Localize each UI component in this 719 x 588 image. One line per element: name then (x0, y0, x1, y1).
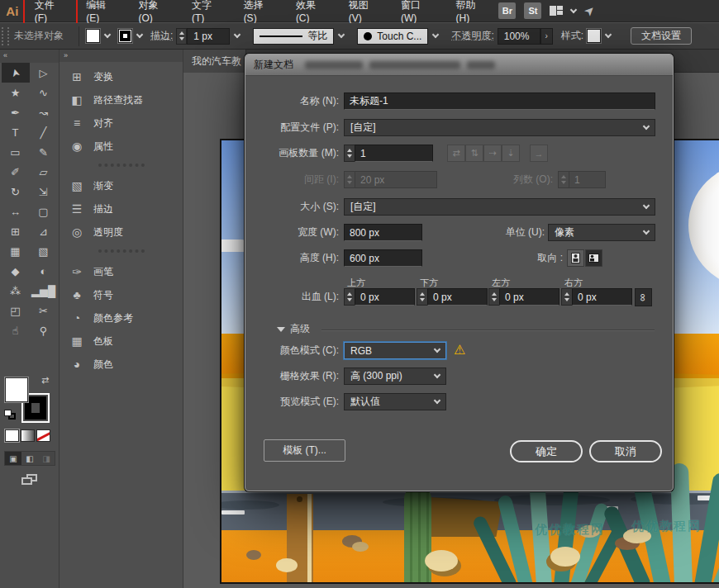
style-chevron-down-icon[interactable] (602, 29, 614, 43)
artboards-stepper[interactable] (344, 145, 355, 162)
grid-by-row-button[interactable]: ⇄ (447, 145, 465, 162)
bleed-bottom-stepper[interactable] (417, 288, 427, 306)
orientation-landscape-button[interactable] (585, 249, 602, 267)
bleed-right-stepper[interactable] (561, 288, 572, 306)
fill-proxy-swatch[interactable] (5, 377, 28, 402)
artboard-tool[interactable]: ◰ (2, 301, 30, 320)
panel-pathfinder[interactable]: ◧路径查找器 (60, 88, 183, 111)
panel-attributes[interactable]: ◉属性 (60, 135, 183, 158)
size-select[interactable]: [自定] (344, 198, 655, 216)
panel-align[interactable]: ≡对齐 (60, 111, 183, 135)
cancel-button[interactable]: 取消 (589, 440, 662, 462)
variable-width-chevron-down-icon[interactable] (336, 29, 347, 43)
blend-tool[interactable]: ◐ (30, 261, 58, 281)
shape-builder-tool[interactable]: ⊞ (2, 221, 30, 241)
preview-mode-select[interactable]: 默认值 (344, 393, 446, 410)
width-input[interactable] (344, 224, 422, 241)
screen-mode-button[interactable] (21, 474, 38, 486)
ok-button[interactable]: 确定 (510, 440, 583, 462)
stroke-color-swatch[interactable] (118, 29, 132, 43)
draw-behind-button[interactable]: ◧ (21, 452, 38, 465)
dialog-title-bar[interactable]: 新建文档 (245, 55, 673, 76)
magic-wand-tool[interactable]: ★ (2, 83, 30, 102)
column-graph-tool[interactable]: ▂▅█ (30, 281, 58, 301)
panel-transparency[interactable]: ◎透明度 (60, 220, 183, 244)
slice-tool[interactable]: ✂ (30, 301, 58, 320)
stroke-chevron-down-icon[interactable] (134, 29, 145, 43)
scale-tool[interactable]: ⇲ (30, 182, 58, 202)
raster-effects-select[interactable]: 高 (300 ppi) (344, 368, 446, 385)
menu-effect[interactable]: 效果(C) (286, 0, 339, 26)
perspective-grid-tool[interactable]: ⊿ (30, 221, 58, 241)
panel-brushes[interactable]: ✑画笔 (60, 260, 183, 283)
lasso-tool[interactable]: ∿ (30, 83, 58, 102)
right-to-left-button[interactable]: → (530, 145, 548, 162)
stock-button[interactable]: St (524, 2, 541, 19)
draw-normal-button[interactable]: ▣ (5, 452, 21, 465)
panel-transform[interactable]: ⊞变换 (60, 65, 183, 88)
tools-collapse-icon[interactable]: « (0, 50, 59, 63)
panel-color[interactable]: ◕颜色 (60, 353, 183, 376)
menu-file[interactable]: 文件(F) (25, 0, 77, 26)
stroke-weight-value[interactable]: 1 px (187, 28, 230, 45)
stroke-weight-label[interactable]: 描边: (150, 29, 173, 43)
brush-chevron-down-icon[interactable] (430, 29, 441, 43)
stroke-weight-chevron-down-icon[interactable] (231, 29, 243, 43)
symbol-sprayer-tool[interactable]: ⁂ (2, 281, 30, 301)
direct-selection-tool[interactable]: ▷ (30, 63, 58, 83)
bridge-button[interactable]: Br (498, 2, 516, 19)
style-swatch[interactable] (587, 29, 601, 43)
stroke-weight-stepper[interactable] (176, 28, 187, 45)
selection-tool[interactable]: ➤ (2, 63, 30, 83)
dock-collapse-icon[interactable]: » (60, 50, 183, 62)
mesh-tool[interactable]: ▦ (2, 241, 30, 261)
advanced-section-header[interactable]: 高级 (245, 321, 673, 336)
default-fill-stroke-icon[interactable] (4, 410, 17, 421)
shaper-tool[interactable]: ✐ (2, 162, 30, 182)
bleed-bottom-input[interactable] (427, 288, 488, 306)
controlbar-grip[interactable] (2, 27, 9, 45)
menu-type[interactable]: 文字(T) (182, 0, 234, 26)
brush-select[interactable]: Touch C... (357, 28, 428, 45)
menu-edit[interactable]: 编辑(E) (76, 0, 128, 26)
panel-stroke[interactable]: ☰描边 (60, 197, 183, 220)
gradient-mode-button[interactable] (21, 429, 35, 442)
bleed-top-input[interactable] (355, 288, 415, 306)
menu-help[interactable]: 帮助(H) (446, 0, 499, 26)
none-mode-button[interactable] (36, 429, 50, 442)
width-tool[interactable]: ↔ (2, 202, 30, 221)
fill-color-swatch[interactable] (86, 29, 100, 43)
curvature-tool[interactable]: ↝ (30, 102, 58, 122)
height-input[interactable] (344, 249, 422, 267)
panel-swatches[interactable]: ▦色板 (60, 330, 183, 353)
bleed-link-button[interactable]: ∞ (635, 288, 652, 306)
paintbrush-tool[interactable]: ✎ (30, 142, 58, 162)
eraser-tool[interactable]: ▱ (30, 162, 58, 182)
bleed-right-input[interactable] (572, 288, 632, 306)
swap-fill-stroke-icon[interactable]: ⇄ (41, 375, 49, 386)
unit-select[interactable]: 像素 (548, 224, 655, 241)
opacity-expand-button[interactable]: › (540, 28, 553, 45)
color-mode-select[interactable]: RGB (344, 342, 446, 359)
menu-object[interactable]: 对象(O) (128, 0, 182, 26)
bleed-top-stepper[interactable] (344, 288, 355, 306)
panel-gradient[interactable]: ▧渐变 (60, 174, 183, 197)
fill-chevron-down-icon[interactable] (102, 29, 113, 43)
menu-select[interactable]: 选择(S) (234, 0, 286, 26)
templates-button[interactable]: 模板 (T)... (264, 439, 345, 462)
eyedropper-tool[interactable]: ◆ (2, 261, 30, 281)
menu-view[interactable]: 视图(V) (339, 0, 391, 26)
grid-by-column-button[interactable]: ⇅ (465, 145, 483, 162)
free-transform-tool[interactable]: ▢ (30, 202, 58, 221)
arrange-by-row-button[interactable]: ⇢ (483, 145, 502, 162)
document-tab[interactable]: 我的汽车教 (183, 50, 246, 73)
bleed-left-input[interactable] (499, 288, 559, 306)
rotate-tool[interactable]: ↻ (2, 182, 30, 202)
gradient-tool[interactable]: ▧ (30, 241, 58, 261)
workspace-icon[interactable] (550, 6, 563, 16)
panel-divider[interactable] (98, 249, 145, 253)
panel-divider[interactable] (98, 164, 145, 167)
panel-symbols[interactable]: ♣符号 (60, 283, 183, 306)
variable-width-select[interactable]: 等比 (253, 28, 334, 45)
opacity-value[interactable]: 100% (498, 28, 540, 45)
